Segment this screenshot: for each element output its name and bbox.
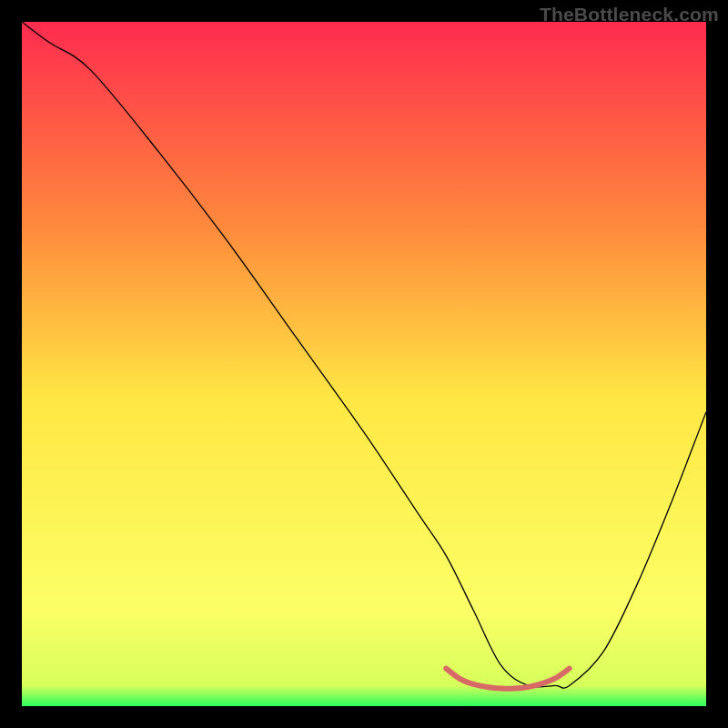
chart-container: TheBottleneck.com <box>0 0 728 728</box>
chart-svg <box>22 22 706 706</box>
plot-area <box>22 22 706 706</box>
watermark-text: TheBottleneck.com <box>540 4 719 25</box>
gradient-background <box>22 22 706 706</box>
